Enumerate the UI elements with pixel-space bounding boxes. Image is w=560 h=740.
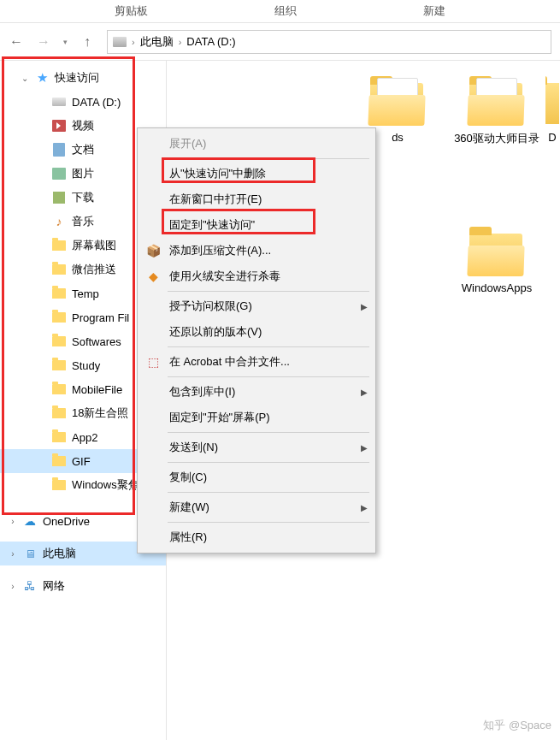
folder-label: 360驱动大师目录 [454,131,539,146]
folder-icon [468,228,526,276]
tree-label: MobileFile [72,383,122,396]
up-arrow-icon[interactable]: ↑ [80,34,95,50]
tree-label: 18新生合照 [72,406,128,421]
folder-icon [52,408,66,418]
submenu-arrow-icon: ▶ [361,388,368,397]
tree-label: 快速访问 [55,70,99,86]
caret-right-icon[interactable]: › [9,517,17,526]
main-area: ⌄ ★ 快速访问 DATA (D:) 视频 文档 图片 下载 ♪音乐 屏幕截图 … [0,61,560,740]
menu-separator [168,376,369,377]
ribbon-tabs: 剪贴板 组织 新建 [0,0,560,23]
menu-include-library[interactable]: 包含到库中(I)▶ [140,379,373,405]
caret-right-icon[interactable]: › [9,582,17,591]
menu-expand[interactable]: 展开(A) [140,131,373,157]
back-arrow-icon[interactable]: ← [9,34,24,50]
folder-tile[interactable]: 360驱动大师目录 [450,73,544,151]
tree-label: Program Fil [72,311,129,324]
menu-remove-quick-access[interactable]: 从"快速访问"中删除 [140,161,373,186]
folder-icon [52,312,66,323]
tree-label: 屏幕截图 [72,238,116,253]
nav-bar: ← → ▾ ↑ › 此电脑 › DATA (D:) [0,23,560,61]
tree-label: DATA (D:) [72,96,121,109]
menu-properties[interactable]: 属性(R) [140,524,373,550]
context-menu: 展开(A) 从"快速访问"中删除 在新窗口中打开(E) 固定到"快速访问" 📦添… [137,127,376,554]
music-icon: ♪ [51,214,67,229]
tree-label: OneDrive [43,515,90,528]
menu-pin-quick-access[interactable]: 固定到"快速访问" [140,212,373,238]
folder-label: D [548,131,556,144]
menu-grant-access[interactable]: 授予访问权限(G)▶ [140,293,373,319]
tree-label: 微信推送 [72,262,116,277]
menu-separator [168,291,369,292]
menu-new[interactable]: 新建(W)▶ [140,494,373,520]
menu-separator [168,492,369,493]
menu-acrobat-combine[interactable]: ⬚在 Acrobat 中合并文件... [140,349,373,375]
folder-icon [52,336,66,346]
menu-separator [168,346,369,347]
breadcrumb-sep-icon: › [132,37,135,47]
drive-icon [52,98,66,106]
tree-label: Windows聚焦 [72,477,139,493]
tree-label: 图片 [72,166,94,181]
folder-label: WindowsApps [462,281,532,294]
tree-label: Study [72,359,100,372]
submenu-arrow-icon: ▶ [361,443,368,453]
tree-label: 音乐 [72,214,94,229]
folder-icon [52,264,66,275]
folder-tile[interactable]: D [545,73,559,149]
tree-label: 此电脑 [43,546,76,561]
history-dropdown-icon[interactable]: ▾ [63,38,68,46]
forward-arrow-icon[interactable]: → [36,34,51,50]
drive-icon [113,37,127,47]
tree-quick-access[interactable]: ⌄ ★ 快速访问 [0,66,166,90]
tree-label: App2 [72,431,97,444]
menu-separator [168,522,369,523]
menu-separator [168,462,369,463]
menu-add-archive[interactable]: 📦添加到压缩文件(A)... [140,238,373,263]
pc-icon: 🖥 [22,546,38,561]
address-bar[interactable]: › 此电脑 › DATA (D:) [107,30,551,54]
tree-label: Softwares [72,335,121,348]
onedrive-icon: ☁ [22,513,38,529]
folder-icon [52,480,66,490]
watermark: 知乎 @Space [483,718,551,733]
tree-label: 下载 [72,190,94,205]
caret-down-icon[interactable]: ⌄ [21,74,29,83]
folder-icon [52,240,66,251]
tree-label: 网络 [43,578,65,594]
menu-separator [168,432,369,433]
ribbon-tab-clipboard[interactable]: 剪贴板 [106,2,156,21]
ribbon-tab-organize[interactable]: 组织 [266,2,305,21]
folder-icon [52,384,66,394]
tree-label: 视频 [72,118,94,133]
archive-icon: 📦 [144,244,162,258]
tree-network[interactable]: › 🖧 网络 [0,574,166,598]
shield-icon: ◆ [144,269,162,283]
submenu-arrow-icon: ▶ [361,302,368,311]
menu-huorong-scan[interactable]: ◆使用火绒安全进行杀毒 [140,263,373,289]
caret-right-icon[interactable]: › [9,549,17,559]
star-icon: ★ [34,70,50,86]
tree-item[interactable]: DATA (D:) [0,90,166,114]
download-icon [53,192,65,204]
menu-restore-previous[interactable]: 还原以前的版本(V) [140,319,373,345]
acrobat-icon: ⬚ [144,355,162,369]
menu-pin-start[interactable]: 固定到"开始"屏幕(P) [140,405,373,430]
breadcrumb-root[interactable]: 此电脑 [140,34,174,50]
folder-icon [52,456,66,466]
menu-copy[interactable]: 复制(C) [140,465,373,490]
doc-icon [53,143,65,157]
ribbon-tab-new[interactable]: 新建 [415,2,454,21]
breadcrumb-current[interactable]: DATA (D:) [186,35,235,48]
tree-label: 文档 [72,142,94,157]
folder-label: ds [392,131,404,144]
menu-open-new-window[interactable]: 在新窗口中打开(E) [140,186,373,212]
folder-icon [368,78,427,126]
folder-tile[interactable]: WindowsApps [450,223,544,299]
picture-icon [52,168,66,180]
menu-send-to[interactable]: 发送到(N)▶ [140,435,373,460]
tree-label: Temp [72,287,99,300]
folder-icon [545,78,559,126]
network-icon: 🖧 [22,578,38,594]
submenu-arrow-icon: ▶ [361,503,368,512]
